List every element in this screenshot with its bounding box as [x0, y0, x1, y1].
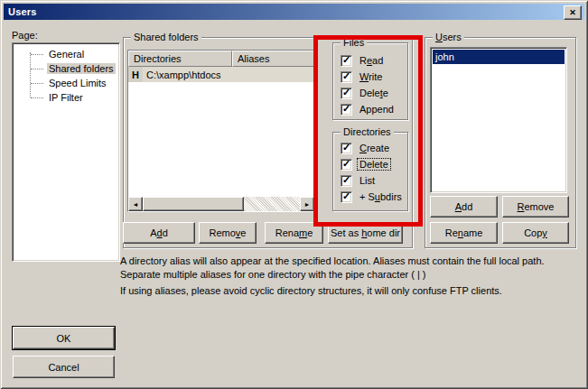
cyclic-note: If using aliases, please avoid cyclic di… — [120, 284, 576, 298]
close-button[interactable]: ✕ — [564, 5, 582, 20]
scrollbar-thumb[interactable] — [143, 197, 244, 211]
file-delete-checkbox[interactable]: ✓ — [341, 88, 352, 99]
directory-path: C:\xampp\htdocs — [143, 67, 314, 82]
column-header-aliases[interactable]: Aliases — [232, 51, 314, 67]
directories-group: Directories ✓ Create ✓ Delete ✓ List ✓ +… — [332, 132, 408, 211]
scroll-right-icon: ► — [304, 201, 311, 208]
checkmark-icon: ✓ — [342, 192, 350, 200]
checkmark-icon: ✓ — [342, 144, 350, 152]
column-header-directories[interactable]: Directories — [128, 51, 232, 67]
titlebar[interactable]: Users ✕ — [4, 4, 584, 20]
listview-header: Directories Aliases — [128, 51, 314, 67]
folder-rename-button[interactable]: Rename — [265, 222, 323, 244]
checkmark-icon: ✓ — [342, 176, 350, 184]
directory-row[interactable]: H C:\xampp\htdocs — [128, 67, 314, 82]
page-label: Page: — [12, 30, 38, 41]
users-group-label: Users — [433, 31, 464, 43]
shared-folders-group-label: Shared folders — [131, 31, 201, 43]
checkbox-row-write: ✓ Write — [333, 69, 407, 85]
scrollbar-track[interactable] — [244, 197, 300, 211]
listview-body: H C:\xampp\htdocs — [128, 67, 314, 197]
users-listbox[interactable]: john — [430, 47, 567, 193]
checkbox-row-dir-delete: ✓ Delete — [333, 156, 407, 172]
folder-add-button[interactable]: Add — [123, 222, 195, 244]
scroll-left-button[interactable]: ◄ — [128, 197, 143, 211]
read-checkbox[interactable]: ✓ — [341, 55, 352, 67]
user-remove-button[interactable]: Remove — [502, 196, 569, 218]
cancel-button[interactable]: Cancel — [13, 356, 115, 378]
checkmark-icon: ✓ — [342, 88, 350, 97]
directories-group-label: Directories — [341, 125, 394, 138]
alias-note: A directory alias will also appear at th… — [120, 255, 572, 282]
horizontal-scrollbar[interactable]: ◄ ► — [128, 197, 314, 211]
user-copy-button[interactable]: Copy — [502, 222, 569, 244]
checkbox-row-file-delete: ✓ Delete — [333, 85, 407, 101]
checkmark-icon: ✓ — [342, 160, 350, 168]
page-item-shared-folders[interactable]: Shared folders — [13, 61, 119, 76]
home-dir-marker: H — [128, 67, 143, 82]
window-title: Users — [4, 6, 37, 17]
user-item-john[interactable]: john — [433, 50, 565, 64]
create-checkbox[interactable]: ✓ — [341, 143, 352, 154]
users-dialog: Users ✕ Page: General Shared folders Spe… — [0, 0, 588, 389]
files-group-label: Files — [341, 36, 367, 49]
checkmark-icon: ✓ — [342, 72, 350, 80]
page-item-speed-limits[interactable]: Speed Limits — [13, 76, 119, 90]
user-add-button[interactable]: Add — [430, 196, 498, 218]
checkmark-icon: ✓ — [342, 105, 350, 113]
set-as-home-dir-button[interactable]: Set as home dir — [328, 222, 403, 244]
scroll-right-button[interactable]: ► — [300, 197, 314, 211]
page-item-ip-filter[interactable]: IP Filter — [13, 90, 119, 105]
page-item-general[interactable]: General — [13, 47, 119, 61]
shared-folders-listview[interactable]: Directories Aliases H C:\xampp\htdocs ◄ … — [127, 50, 315, 212]
checkbox-row-subdirs: ✓ + Subdirs — [333, 189, 407, 205]
close-icon: ✕ — [569, 9, 576, 17]
write-checkbox[interactable]: ✓ — [341, 71, 352, 83]
page-tree[interactable]: General Shared folders Speed Limits IP F… — [12, 42, 120, 262]
checkbox-row-create: ✓ Create — [333, 140, 407, 156]
scroll-left-icon: ◄ — [133, 201, 139, 208]
append-checkbox[interactable]: ✓ — [341, 104, 352, 116]
dir-delete-checkbox[interactable]: ✓ — [341, 159, 352, 171]
list-checkbox[interactable]: ✓ — [341, 175, 352, 187]
files-group: Files ✓ Read ✓ Write ✓ Delete ✓ Append — [332, 42, 408, 120]
checkbox-row-read: ✓ Read — [333, 52, 407, 69]
checkbox-row-append: ✓ Append — [333, 101, 407, 117]
user-rename-button[interactable]: Rename — [430, 222, 498, 244]
folder-remove-button[interactable]: Remove — [199, 222, 257, 244]
ok-button[interactable]: OK — [13, 327, 115, 349]
checkbox-row-list: ✓ List — [333, 172, 407, 189]
checkmark-icon: ✓ — [342, 56, 350, 64]
subdirs-checkbox[interactable]: ✓ — [341, 191, 352, 203]
